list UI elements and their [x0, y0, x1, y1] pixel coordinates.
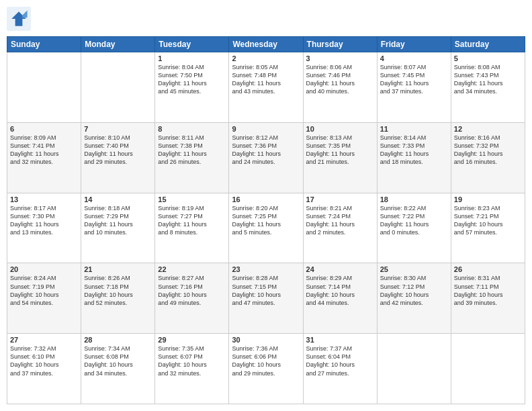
day-detail: Sunrise: 8:07 AM Sunset: 7:45 PM Dayligh… — [380, 63, 448, 96]
calendar-day-cell — [81, 52, 155, 123]
day-detail: Sunrise: 8:11 AM Sunset: 7:38 PM Dayligh… — [158, 134, 226, 167]
calendar-day-cell: 9Sunrise: 8:12 AM Sunset: 7:36 PM Daylig… — [229, 122, 303, 193]
calendar-day-cell: 20Sunrise: 8:24 AM Sunset: 7:19 PM Dayli… — [7, 263, 81, 334]
logo-icon — [7, 7, 31, 31]
day-detail: Sunrise: 8:06 AM Sunset: 7:46 PM Dayligh… — [306, 63, 374, 96]
day-number: 7 — [84, 125, 152, 133]
calendar-day-cell: 24Sunrise: 8:29 AM Sunset: 7:14 PM Dayli… — [303, 263, 377, 334]
day-detail: Sunrise: 8:24 AM Sunset: 7:19 PM Dayligh… — [10, 274, 78, 307]
day-detail: Sunrise: 8:20 AM Sunset: 7:25 PM Dayligh… — [232, 204, 300, 237]
day-number: 18 — [380, 195, 448, 203]
day-detail: Sunrise: 8:30 AM Sunset: 7:12 PM Dayligh… — [380, 274, 448, 307]
calendar-day-cell: 4Sunrise: 8:07 AM Sunset: 7:45 PM Daylig… — [377, 52, 451, 123]
day-number: 14 — [84, 195, 152, 203]
day-number: 5 — [454, 54, 522, 62]
calendar-day-cell — [7, 52, 81, 123]
day-detail: Sunrise: 8:10 AM Sunset: 7:40 PM Dayligh… — [84, 134, 152, 167]
calendar-day-cell: 12Sunrise: 8:16 AM Sunset: 7:32 PM Dayli… — [451, 122, 525, 193]
calendar-day-cell: 21Sunrise: 8:26 AM Sunset: 7:18 PM Dayli… — [81, 263, 155, 334]
calendar-day-cell: 6Sunrise: 8:09 AM Sunset: 7:41 PM Daylig… — [7, 122, 81, 193]
day-number: 16 — [232, 195, 300, 203]
day-number: 11 — [380, 125, 448, 133]
day-number: 15 — [158, 195, 226, 203]
weekday-header: Sunday — [7, 37, 81, 52]
calendar-week-row: 1Sunrise: 8:04 AM Sunset: 7:50 PM Daylig… — [7, 52, 525, 123]
weekday-header: Wednesday — [229, 37, 303, 52]
calendar-day-cell: 8Sunrise: 8:11 AM Sunset: 7:38 PM Daylig… — [155, 122, 229, 193]
day-detail: Sunrise: 8:23 AM Sunset: 7:21 PM Dayligh… — [454, 204, 522, 237]
header — [7, 7, 525, 31]
day-number: 17 — [306, 195, 374, 203]
day-number: 24 — [306, 265, 374, 273]
weekday-header: Saturday — [451, 37, 525, 52]
day-detail: Sunrise: 8:16 AM Sunset: 7:32 PM Dayligh… — [454, 134, 522, 167]
day-number: 30 — [232, 336, 300, 344]
day-detail: Sunrise: 8:19 AM Sunset: 7:27 PM Dayligh… — [158, 204, 226, 237]
calendar-day-cell: 13Sunrise: 8:17 AM Sunset: 7:30 PM Dayli… — [7, 193, 81, 263]
calendar-day-cell: 2Sunrise: 8:05 AM Sunset: 7:48 PM Daylig… — [229, 52, 303, 123]
day-number: 10 — [306, 125, 374, 133]
day-detail: Sunrise: 7:36 AM Sunset: 6:06 PM Dayligh… — [232, 345, 300, 377]
calendar-day-cell: 31Sunrise: 7:37 AM Sunset: 6:04 PM Dayli… — [303, 334, 377, 404]
calendar-day-cell — [451, 334, 525, 404]
day-detail: Sunrise: 7:35 AM Sunset: 6:07 PM Dayligh… — [158, 345, 226, 377]
day-detail: Sunrise: 8:12 AM Sunset: 7:36 PM Dayligh… — [232, 134, 300, 167]
calendar-day-cell: 19Sunrise: 8:23 AM Sunset: 7:21 PM Dayli… — [451, 193, 525, 263]
day-number: 21 — [84, 265, 152, 273]
calendar-day-cell: 15Sunrise: 8:19 AM Sunset: 7:27 PM Dayli… — [155, 193, 229, 263]
calendar-day-cell: 16Sunrise: 8:20 AM Sunset: 7:25 PM Dayli… — [229, 193, 303, 263]
calendar-day-cell: 17Sunrise: 8:21 AM Sunset: 7:24 PM Dayli… — [303, 193, 377, 263]
weekday-header: Friday — [377, 37, 451, 52]
day-number: 8 — [158, 125, 226, 133]
calendar-day-cell: 3Sunrise: 8:06 AM Sunset: 7:46 PM Daylig… — [303, 52, 377, 123]
day-detail: Sunrise: 8:05 AM Sunset: 7:48 PM Dayligh… — [232, 63, 300, 96]
calendar-header-row: SundayMondayTuesdayWednesdayThursdayFrid… — [7, 37, 525, 52]
day-detail: Sunrise: 8:14 AM Sunset: 7:33 PM Dayligh… — [380, 134, 448, 167]
day-number: 3 — [306, 54, 374, 62]
weekday-header: Thursday — [303, 37, 377, 52]
day-detail: Sunrise: 8:22 AM Sunset: 7:22 PM Dayligh… — [380, 204, 448, 237]
weekday-header: Tuesday — [155, 37, 229, 52]
day-detail: Sunrise: 8:28 AM Sunset: 7:15 PM Dayligh… — [232, 274, 300, 307]
calendar-day-cell: 1Sunrise: 8:04 AM Sunset: 7:50 PM Daylig… — [155, 52, 229, 123]
day-number: 9 — [232, 125, 300, 133]
day-number: 1 — [158, 54, 226, 62]
calendar-day-cell: 26Sunrise: 8:31 AM Sunset: 7:11 PM Dayli… — [451, 263, 525, 334]
day-number: 28 — [84, 336, 152, 344]
day-detail: Sunrise: 8:04 AM Sunset: 7:50 PM Dayligh… — [158, 63, 226, 96]
day-detail: Sunrise: 8:26 AM Sunset: 7:18 PM Dayligh… — [84, 274, 152, 307]
calendar-day-cell: 11Sunrise: 8:14 AM Sunset: 7:33 PM Dayli… — [377, 122, 451, 193]
day-number: 4 — [380, 54, 448, 62]
day-detail: Sunrise: 8:08 AM Sunset: 7:43 PM Dayligh… — [454, 63, 522, 96]
calendar-day-cell: 5Sunrise: 8:08 AM Sunset: 7:43 PM Daylig… — [451, 52, 525, 123]
day-number: 19 — [454, 195, 522, 203]
calendar-day-cell: 25Sunrise: 8:30 AM Sunset: 7:12 PM Dayli… — [377, 263, 451, 334]
calendar-week-row: 13Sunrise: 8:17 AM Sunset: 7:30 PM Dayli… — [7, 193, 525, 263]
calendar-day-cell: 28Sunrise: 7:34 AM Sunset: 6:08 PM Dayli… — [81, 334, 155, 404]
page: SundayMondayTuesdayWednesdayThursdayFrid… — [0, 0, 532, 411]
calendar-day-cell: 22Sunrise: 8:27 AM Sunset: 7:16 PM Dayli… — [155, 263, 229, 334]
calendar-week-row: 20Sunrise: 8:24 AM Sunset: 7:19 PM Dayli… — [7, 263, 525, 334]
calendar-day-cell: 7Sunrise: 8:10 AM Sunset: 7:40 PM Daylig… — [81, 122, 155, 193]
day-number: 25 — [380, 265, 448, 273]
day-detail: Sunrise: 8:27 AM Sunset: 7:16 PM Dayligh… — [158, 274, 226, 307]
day-detail: Sunrise: 8:13 AM Sunset: 7:35 PM Dayligh… — [306, 134, 374, 167]
weekday-header: Monday — [81, 37, 155, 52]
day-number: 13 — [10, 195, 78, 203]
calendar-day-cell: 23Sunrise: 8:28 AM Sunset: 7:15 PM Dayli… — [229, 263, 303, 334]
day-detail: Sunrise: 8:17 AM Sunset: 7:30 PM Dayligh… — [10, 204, 78, 237]
day-number: 20 — [10, 265, 78, 273]
calendar-week-row: 27Sunrise: 7:32 AM Sunset: 6:10 PM Dayli… — [7, 334, 525, 404]
day-number: 27 — [10, 336, 78, 344]
calendar-day-cell: 10Sunrise: 8:13 AM Sunset: 7:35 PM Dayli… — [303, 122, 377, 193]
day-detail: Sunrise: 8:09 AM Sunset: 7:41 PM Dayligh… — [10, 134, 78, 167]
day-detail: Sunrise: 8:29 AM Sunset: 7:14 PM Dayligh… — [306, 274, 374, 307]
day-number: 12 — [454, 125, 522, 133]
day-detail: Sunrise: 8:31 AM Sunset: 7:11 PM Dayligh… — [454, 274, 522, 307]
day-number: 6 — [10, 125, 78, 133]
calendar-day-cell — [377, 334, 451, 404]
day-number: 2 — [232, 54, 300, 62]
day-number: 31 — [306, 336, 374, 344]
logo — [7, 7, 34, 31]
calendar-day-cell: 18Sunrise: 8:22 AM Sunset: 7:22 PM Dayli… — [377, 193, 451, 263]
